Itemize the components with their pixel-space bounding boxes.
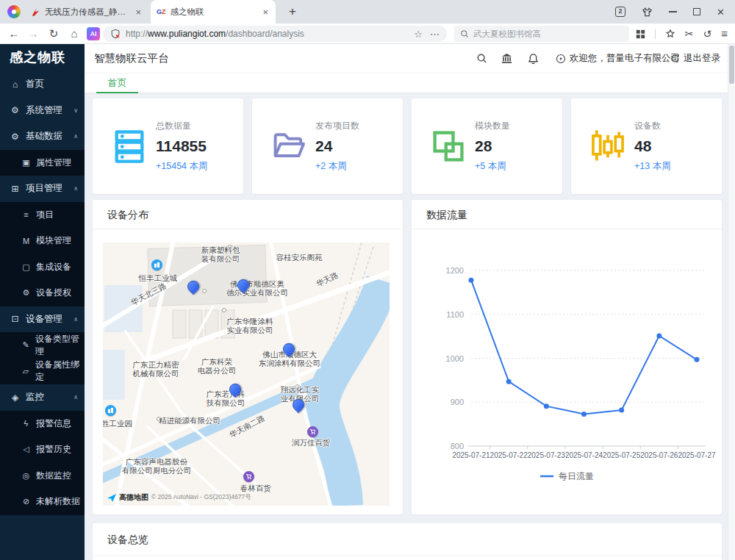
window-maximize-button[interactable] [693,8,700,15]
quick-search-box[interactable] [454,26,629,42]
svg-text:每日流量: 每日流量 [559,471,594,481]
sidebar-item-label: 设备管理 [26,313,62,326]
sidebar-item[interactable]: ≡项目 [0,202,85,229]
tab-close-icon[interactable]: × [261,7,270,18]
panel-title: 设备总览 [93,523,722,556]
sidebar-item[interactable]: M模块管理 [0,228,85,254]
sidebar-item[interactable]: ◁报警历史 [0,437,85,463]
chevron-up-icon: ∧ [74,133,78,140]
home-icon: ⌂ [10,79,21,90]
chevron-up-icon: ∧ [74,185,78,192]
stat-label: 发布项目数 [315,120,359,132]
organization-bank-icon[interactable] [501,53,512,67]
stat-value: 48 [634,137,671,155]
map-cart-icon [307,426,318,437]
stat-card: 模块数量28+5 本周 [412,98,562,194]
sidebar-item[interactable]: ✎设备类型管理 [0,332,85,359]
svg-text:2025-07-26: 2025-07-26 [640,451,678,459]
home-button[interactable]: ⌂ [66,24,82,44]
svg-text:2025-07-23: 2025-07-23 [528,451,566,459]
insecure-shield-icon[interactable] [110,29,121,39]
tab-close-icon[interactable]: × [134,7,143,18]
back-button[interactable]: ← [6,24,22,44]
tab-count-badge[interactable]: 2 [615,7,625,17]
logout-button[interactable]: 退出登录 [670,44,720,73]
sidebar-item[interactable]: ▱设备属性绑定 [0,359,85,385]
map-label: 广东科荣电器分公司 [198,357,237,376]
browser-window: 无线压力传感器_静力水准仪_ × GZ 感之物联 × + 2 ✕ ← → ↻ ⌂… [0,0,735,560]
sidebar-item[interactable]: ▣属性管理 [0,150,85,176]
reload-button[interactable]: ↻ [46,24,62,44]
data-monitor-icon: ◎ [21,471,31,481]
sidebar-item[interactable]: ⊞项目管理∧ [0,176,85,202]
browser-logo-icon[interactable] [7,5,21,18]
favorites-star-icon[interactable] [665,29,675,39]
sidebar-item[interactable]: ⊡设备管理∧ [0,306,85,333]
sidebar-item[interactable]: ⊘未解析数据 [0,489,85,515]
gear-icon: ⚙ [10,132,21,142]
scrollbar-thumb[interactable] [729,46,734,84]
gear-icon: ⚙ [10,105,21,115]
module-icon: M [21,237,31,245]
bookmark-star-icon[interactable]: ☆ [414,29,423,40]
svg-text:2025-07-21: 2025-07-21 [452,451,490,459]
sidebar-item[interactable]: ⌂首页 [0,71,85,98]
attribute-icon: ▣ [21,158,31,168]
chevron-down-icon: ∨ [74,107,78,114]
sidebar-item[interactable]: ▢集成设备 [0,254,85,281]
theme-shirt-icon[interactable] [642,7,653,18]
forward-button[interactable]: → [25,24,41,44]
main-content: 智慧物联云平台 欢迎您，普量电子有限公司 退出登录 首页 总数据量114855+… [85,44,735,560]
menu-icon[interactable]: ≡ [721,24,728,44]
svg-text:1100: 1100 [446,310,464,319]
stat-value: 28 [475,137,510,155]
welcome-user-menu[interactable]: 欢迎您，普量电子有限公司 [556,44,680,73]
sidebar-item-label: 设备类型管理 [35,333,85,358]
map-label: 润万佳百货 [292,438,331,447]
window-close-button[interactable]: ✕ [717,7,725,18]
address-bar[interactable]: http://www.puliangiot.com/dashboard/anal… [103,26,447,42]
stat-delta: +15454 本周 [156,160,208,173]
search-input[interactable] [473,29,606,38]
search-icon [460,29,469,38]
sidebar-item[interactable]: ϟ报警信息 [0,411,85,437]
sidebar-item[interactable]: ⚙设备授权 [0,280,85,306]
sidebar-item-label: 未解析数据 [36,495,80,508]
tab-home[interactable]: 首页 [96,73,138,93]
monitor-icon: ◈ [10,392,21,403]
map-label: 精进能源有限公司 [159,416,220,425]
notifications-bell-icon[interactable] [528,53,539,67]
stat-card: 设备数48+13 本周 [571,98,722,194]
window-minimize-button[interactable] [669,11,677,12]
candlestick-icon [589,127,627,165]
panel-title: 数据流量 [412,200,722,229]
alarm-history-icon: ◁ [21,445,31,454]
folder-icon [270,127,308,165]
tab-title: 无线压力传感器_静力水准仪_ [45,7,129,18]
sidebar-item-label: 基础数据 [26,130,62,143]
sidebar-item[interactable]: ◎数据监控 [0,463,85,489]
bind-icon: ▱ [21,367,30,376]
page-title: 智慧物联云平台 [94,44,169,73]
header-search-icon[interactable] [476,53,487,67]
more-options-icon[interactable]: ⋯ [430,29,440,40]
sidebar-item-label: 设备属性绑定 [35,359,85,384]
sidebar-item[interactable]: ⚙系统管理∨ [0,98,85,124]
ai-assistant-icon[interactable]: AI [87,27,100,40]
apps-grid-icon[interactable] [636,29,645,39]
sidebar-item-label: 系统管理 [26,104,62,117]
device-overview-panel: 设备总览 [93,523,722,560]
browser-tab-ganzhi[interactable]: GZ 感之物联 × [151,0,276,24]
page-scrollbar[interactable] [728,44,735,560]
browser-tab-puliang[interactable]: 无线压力传感器_静力水准仪_ × [25,0,148,24]
new-tab-button[interactable]: + [284,3,301,21]
unparsed-icon: ⊘ [21,497,31,506]
sidebar-item-label: 报警信息 [36,417,71,430]
undo-icon[interactable]: ↺ [703,24,712,44]
screenshot-scissors-icon[interactable]: ✂ [685,24,694,44]
sidebar-item[interactable]: ◈监控∧ [0,384,85,411]
map-label: 佛山市顺德区奥德尔实业有限公司 [226,279,288,298]
sidebar-item[interactable]: ⚙基础数据∧ [0,123,85,150]
device-map[interactable]: 新康塑料包装有限公司容桂安乐阁苑恒丰工业城华天北三路佛山市顺德区奥德尔实业有限公… [103,243,390,506]
map-label: 春林百货 [240,484,271,492]
